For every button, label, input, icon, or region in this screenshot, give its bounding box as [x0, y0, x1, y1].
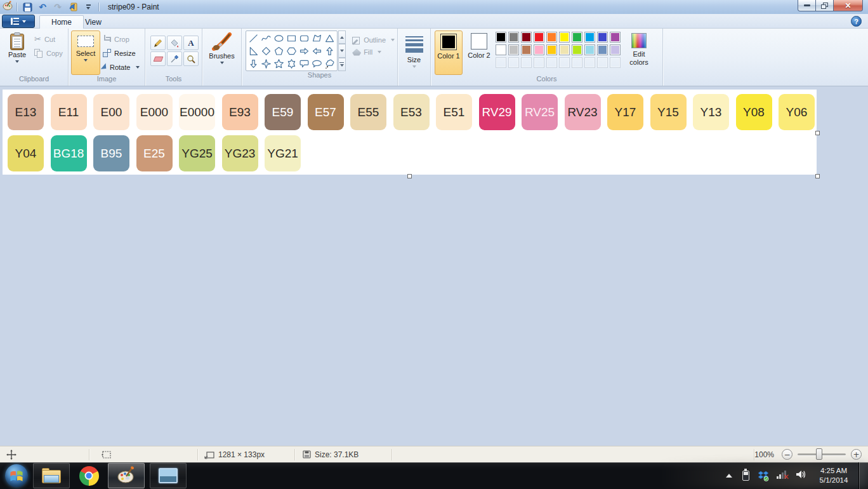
palette-empty-slot[interactable] — [496, 57, 506, 68]
shape-pentagon-icon[interactable] — [272, 44, 285, 57]
shape-rounded-rectangle-icon[interactable] — [298, 32, 310, 44]
palette-empty-slot[interactable] — [597, 57, 608, 68]
taskbar-explorer-button[interactable] — [33, 463, 70, 488]
network-status-icon[interactable]: ✕ — [777, 471, 788, 481]
text-tool-button[interactable]: A — [183, 36, 199, 50]
palette-color-swatch[interactable] — [572, 32, 582, 43]
shape-left-arrow-icon[interactable] — [310, 44, 323, 57]
palette-color-swatch[interactable] — [546, 32, 557, 43]
shape-five-point-star-icon[interactable] — [272, 57, 285, 70]
save-button[interactable] — [21, 1, 34, 13]
palette-color-swatch[interactable] — [597, 44, 608, 55]
shape-line-icon[interactable] — [247, 32, 260, 44]
edit-colors-button[interactable]: Edit colors — [623, 30, 655, 67]
palette-color-swatch[interactable] — [584, 44, 595, 55]
show-hidden-icons-button[interactable] — [726, 474, 732, 478]
brushes-button[interactable]: Brushes — [207, 30, 237, 75]
palette-color-swatch[interactable] — [496, 32, 506, 43]
palette-empty-slot[interactable] — [559, 57, 570, 68]
color1-button[interactable]: Color 1 — [435, 30, 463, 75]
shape-ellipse-icon[interactable] — [272, 32, 285, 44]
minimize-button[interactable] — [798, 0, 816, 11]
battery-icon[interactable] — [742, 471, 749, 481]
palette-empty-slot[interactable] — [546, 57, 557, 68]
palette-color-swatch[interactable] — [534, 44, 544, 55]
shape-four-point-star-icon[interactable] — [260, 57, 272, 70]
palette-color-swatch[interactable] — [508, 32, 519, 43]
gallery-scroll-down-button[interactable] — [338, 44, 346, 57]
palette-empty-slot[interactable] — [508, 57, 519, 68]
zoom-slider[interactable] — [798, 453, 846, 455]
palette-color-swatch[interactable] — [546, 44, 557, 55]
palette-color-swatch[interactable] — [559, 32, 570, 43]
show-desktop-button[interactable] — [858, 462, 868, 489]
shape-diamond-icon[interactable] — [260, 44, 272, 57]
shape-hexagon-icon[interactable] — [285, 44, 298, 57]
shape-triangle-icon[interactable] — [324, 32, 336, 44]
canvas-resize-handle-bottom[interactable] — [407, 174, 412, 178]
gallery-more-button[interactable] — [338, 58, 346, 71]
volume-icon[interactable] — [796, 469, 806, 482]
undo-button[interactable]: ↶ — [36, 1, 49, 13]
palette-color-swatch[interactable] — [496, 44, 506, 55]
palette-color-swatch[interactable] — [508, 44, 519, 55]
magnifier-tool-button[interactable] — [183, 51, 199, 66]
shape-curve-icon[interactable] — [260, 32, 272, 44]
drawing-canvas[interactable]: E13E11E00E000E0000E93E59E57E55E53E51RV29… — [3, 90, 817, 175]
shape-down-arrow-icon[interactable] — [247, 57, 260, 70]
palette-empty-slot[interactable] — [584, 57, 595, 68]
group-image: Select Crop Resize Rotate Image — [69, 29, 145, 86]
palette-color-swatch[interactable] — [584, 32, 595, 43]
canvas-resize-handle-right[interactable] — [815, 131, 820, 135]
shape-up-arrow-icon[interactable] — [324, 44, 336, 57]
palette-empty-slot[interactable] — [521, 57, 532, 68]
exit-shortcut-icon[interactable] — [67, 1, 79, 13]
pencil-tool-button[interactable] — [150, 36, 166, 50]
shape-six-point-star-icon[interactable] — [285, 57, 298, 70]
shape-rectangle-icon[interactable] — [285, 32, 298, 44]
palette-color-swatch[interactable] — [534, 32, 544, 43]
paste-button[interactable]: Paste — [3, 30, 32, 75]
gallery-scroll-up-button[interactable] — [338, 30, 346, 44]
taskbar-clock[interactable]: 4:25 AM 5/1/2014 — [813, 466, 855, 485]
palette-color-swatch[interactable] — [559, 44, 570, 55]
start-button[interactable] — [5, 464, 28, 487]
zoom-out-button[interactable]: − — [782, 449, 792, 460]
palette-color-swatch[interactable] — [610, 44, 621, 55]
shape-cloud-callout-icon[interactable] — [324, 57, 336, 70]
canvas-swatch-Y04: Y04 — [8, 135, 44, 171]
palette-empty-slot[interactable] — [534, 57, 544, 68]
taskbar-photo-viewer-button[interactable] — [150, 463, 187, 488]
eraser-tool-button[interactable] — [150, 51, 166, 66]
palette-color-swatch[interactable] — [521, 44, 532, 55]
palette-empty-slot[interactable] — [610, 57, 621, 68]
shape-rounded-callout-icon[interactable] — [298, 57, 310, 70]
palette-color-swatch[interactable] — [572, 44, 582, 55]
select-button[interactable]: Select — [71, 30, 100, 75]
help-button[interactable]: ? — [851, 16, 862, 27]
canvas-resize-handle-corner[interactable] — [815, 174, 820, 178]
customize-qat-dropdown[interactable] — [82, 1, 95, 13]
palette-color-swatch[interactable] — [610, 32, 621, 43]
taskbar-paint-button[interactable] — [108, 463, 145, 488]
dropbox-icon[interactable] — [758, 471, 769, 481]
fill-tool-button[interactable] — [167, 36, 182, 50]
palette-color-swatch[interactable] — [597, 32, 608, 43]
color2-button[interactable]: Color 2 — [465, 30, 493, 75]
rotate-button[interactable]: Rotate — [100, 61, 142, 73]
taskbar-chrome-button[interactable] — [75, 463, 103, 488]
application-menu-button[interactable] — [2, 15, 35, 28]
zoom-slider-thumb[interactable] — [816, 448, 822, 460]
palette-empty-slot[interactable] — [572, 57, 582, 68]
resize-button[interactable]: Resize — [100, 47, 142, 59]
shape-right-triangle-icon[interactable] — [247, 44, 260, 57]
palette-color-swatch[interactable] — [521, 32, 532, 43]
zoom-in-button[interactable]: + — [851, 449, 862, 460]
tab-view[interactable]: View — [74, 15, 113, 29]
shape-polygon-icon[interactable] — [310, 32, 323, 44]
close-button[interactable]: ✕ — [834, 0, 863, 11]
shape-right-arrow-icon[interactable] — [298, 44, 310, 57]
color-picker-tool-button[interactable] — [167, 51, 182, 66]
restore-button[interactable] — [816, 0, 834, 11]
shape-oval-callout-icon[interactable] — [310, 57, 323, 70]
